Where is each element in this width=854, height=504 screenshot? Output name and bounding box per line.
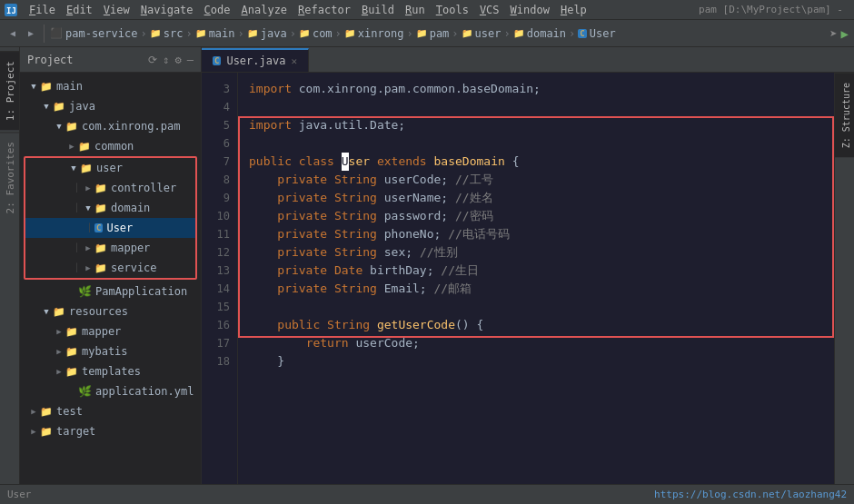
arrow-templates: ▶ — [53, 367, 65, 376]
breadcrumb-bar: ⬛ pam-service › 📁 src › 📁 main › 📁 java … — [50, 27, 826, 40]
tree-label-controller: controller — [111, 182, 176, 194]
tab-close-icon[interactable]: ✕ — [291, 55, 297, 67]
menu-build[interactable]: Build — [356, 0, 400, 20]
sidebar-tab-favorites[interactable]: 2: Favorites — [0, 132, 19, 222]
tree-item-target[interactable]: ▶ 📁 target — [20, 421, 201, 441]
menu-refactor[interactable]: Refactor — [293, 0, 356, 20]
tree-item-service[interactable]: │ ▶ 📁 service — [25, 258, 195, 278]
tree-item-yml[interactable]: 🌿 application.yml — [20, 381, 201, 401]
tree-item-common[interactable]: ▶ 📁 common — [20, 136, 201, 156]
tree-item-mapper2[interactable]: ▶ 📁 mapper — [20, 321, 201, 341]
folder-java-icon: 📁 — [53, 101, 65, 113]
code-line-3: import com.xinrong.pam.common.baseDomain… — [249, 80, 823, 98]
file-tree: ▼ 📁 main ▼ 📁 java ▼ 📁 com.xinrong.pam — [20, 73, 201, 484]
menu-analyze[interactable]: Analyze — [236, 0, 293, 20]
code-content[interactable]: import com.xinrong.pam.common.baseDomain… — [238, 73, 834, 484]
module-icon: ⬛ — [50, 27, 63, 39]
sync-icon[interactable]: ⟳ — [148, 54, 157, 66]
menu-help[interactable]: Help — [555, 0, 592, 20]
arrow-controller: ▶ — [82, 183, 94, 193]
breadcrumb-pam[interactable]: 📁 pam — [416, 27, 450, 40]
folder-resources-icon: 📁 — [53, 306, 65, 318]
back-icon[interactable]: ◀ — [5, 26, 20, 41]
arrow-main: ▼ — [27, 82, 40, 91]
main-layout: 1: Project 2: Favorites Project ⟳ ⇕ ⚙ — … — [0, 47, 854, 484]
folder-icon: 📁 — [247, 28, 258, 38]
tree-item-main[interactable]: ▼ 📁 main — [20, 76, 201, 96]
tree-item-templates[interactable]: ▶ 📁 templates — [20, 361, 201, 381]
menu-run[interactable]: Run — [400, 0, 431, 20]
code-line-8: private String userCode; //工号 — [249, 171, 823, 189]
tab-user-java[interactable]: C User.java ✕ — [202, 48, 309, 72]
line-vert2: │ — [74, 203, 82, 212]
project-path: pam [D:\MyProject\pam] - — [699, 4, 850, 15]
code-line-10: private String password; //密码 — [249, 207, 823, 225]
code-area: 3 4 5 6 7 8 9 10 11 12 13 14 15 16 17 18 — [202, 73, 854, 484]
panel-icons: ⟳ ⇕ ⚙ — — [148, 54, 194, 66]
tree-label-main: main — [56, 80, 83, 93]
user-folder-highlight-box: ▼ 📁 user │ ▶ 📁 controller │ ▼ — [24, 156, 197, 280]
menu-code[interactable]: Code — [199, 0, 236, 20]
tree-item-mybatis[interactable]: ▶ 📁 mybatis — [20, 341, 201, 361]
breadcrumb-java[interactable]: 📁 java — [247, 27, 287, 40]
line-numbers: 3 4 5 6 7 8 9 10 11 12 13 14 15 16 17 18 — [202, 73, 238, 484]
sep: › — [140, 27, 146, 40]
arrow-right-icon[interactable]: ➤ — [829, 26, 837, 41]
toolbar-sep1 — [44, 25, 45, 43]
breadcrumb-domain[interactable]: 📁 domain — [513, 27, 566, 40]
code-line-12: private String sex; //性别 — [249, 243, 823, 262]
sidebar-tab-project[interactable]: 1: Project — [0, 51, 19, 130]
class-icon: C — [578, 29, 586, 38]
code-line-5: import java.util.Date; — [249, 116, 823, 134]
tree-item-pamapp[interactable]: 🌿 PamApplication — [20, 282, 201, 301]
folder-templates-icon: 📁 — [65, 366, 78, 378]
menu-view[interactable]: View — [98, 0, 135, 20]
folder-icon: 📁 — [416, 28, 427, 38]
line-vert: │ — [74, 183, 82, 193]
breadcrumb-pam-service[interactable]: ⬛ pam-service — [50, 27, 137, 40]
arrow-test: ▶ — [27, 407, 40, 416]
breadcrumb-xinrong[interactable]: 📁 xinrong — [344, 27, 404, 40]
tree-item-user[interactable]: ▼ 📁 user — [25, 158, 195, 178]
menu-tools[interactable]: Tools — [431, 0, 474, 20]
code-line-14: private String Email; //邮箱 — [249, 280, 823, 298]
line-num-7: 7 — [202, 153, 230, 171]
tree-item-controller[interactable]: │ ▶ 📁 controller — [25, 178, 195, 198]
run-icon[interactable]: ▶ — [841, 26, 849, 41]
breadcrumb-com[interactable]: 📁 com — [299, 27, 333, 40]
breadcrumb-src[interactable]: 📁 src — [150, 27, 184, 40]
arrow-service: ▶ — [82, 263, 94, 272]
settings-icon[interactable]: ⚙ — [175, 54, 182, 66]
breadcrumb-main[interactable]: 📁 main — [195, 27, 235, 40]
breadcrumb-user-class[interactable]: C User — [578, 27, 615, 40]
panel-title: Project — [27, 54, 74, 66]
line-num-13: 13 — [202, 262, 230, 280]
tree-label-templates: templates — [82, 365, 141, 378]
close-panel-icon[interactable]: — — [187, 54, 194, 66]
folder-icon: 📁 — [344, 28, 355, 38]
line-num-10: 10 — [202, 207, 230, 225]
menu-bar: IJ File Edit View Navigate Code Analyze … — [0, 0, 854, 20]
folder-test-icon: 📁 — [40, 406, 53, 418]
tree-item-test[interactable]: ▶ 📁 test — [20, 401, 201, 421]
tab-class-icon: C — [213, 56, 221, 65]
breadcrumb-user[interactable]: 📁 user — [462, 27, 501, 40]
menu-navigate[interactable]: Navigate — [135, 0, 199, 20]
tree-item-java[interactable]: ▼ 📁 java — [20, 96, 201, 116]
tree-item-resources[interactable]: ▼ 📁 resources — [20, 301, 201, 321]
tree-item-package[interactable]: ▼ 📁 com.xinrong.pam — [20, 116, 201, 136]
forward-icon[interactable]: ▶ — [24, 26, 38, 41]
sidebar-tab-structure[interactable]: Z: Structure — [835, 73, 854, 157]
yml-icon: 🌿 — [78, 385, 92, 398]
status-url[interactable]: https://blog.csdn.net/laozhang42 — [654, 489, 847, 500]
menu-edit[interactable]: Edit — [61, 0, 98, 20]
tree-item-user-class[interactable]: │ C User — [25, 218, 195, 238]
project-panel: Project ⟳ ⇕ ⚙ — ▼ 📁 main ▼ 📁 java — [20, 47, 202, 484]
menu-vcs[interactable]: VCS — [474, 0, 505, 20]
collapse-icon[interactable]: ⇕ — [163, 54, 169, 66]
menu-file[interactable]: File — [24, 0, 61, 20]
menu-window[interactable]: Window — [505, 0, 555, 20]
tree-item-domain[interactable]: │ ▼ 📁 domain — [25, 198, 195, 218]
tree-item-mapper[interactable]: │ ▶ 📁 mapper — [25, 238, 195, 258]
folder-icon: 📁 — [513, 28, 524, 38]
